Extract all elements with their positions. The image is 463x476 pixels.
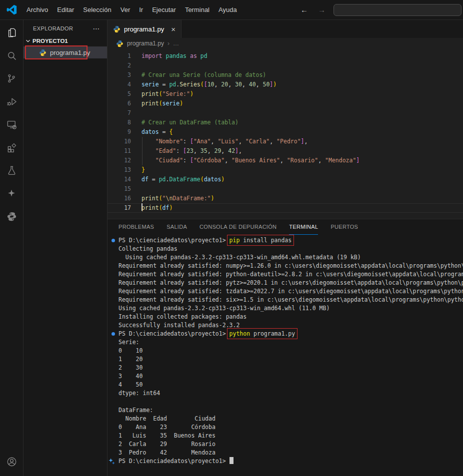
extensions-icon (6, 142, 18, 153)
menu-item-terminal[interactable]: Terminal (180, 4, 214, 15)
panel-tab-bar: PROBLEMASSALIDACONSOLA DE DEPURACIÓNTERM… (108, 219, 463, 235)
remote-explorer-icon (6, 119, 18, 130)
code-text: serie = pd.Series([10, 20, 30, 40, 50]) (142, 80, 276, 89)
beaker-icon (6, 165, 18, 176)
command-success-dot-icon (112, 239, 115, 242)
line-number: 2 (108, 61, 131, 70)
indent-guide (142, 137, 142, 146)
indent-guide (142, 156, 142, 165)
menu-item-editar[interactable]: Editar (52, 4, 78, 15)
code-line-10[interactable]: 10 "Nombre": ["Ana", "Luis", "Carla", "P… (108, 137, 463, 146)
code-line-2[interactable]: 2 (108, 61, 463, 70)
activity-item-source-control[interactable] (0, 67, 23, 90)
line-number: 3 (108, 70, 131, 80)
terminal-output[interactable]: PS D:\cienciadedatos\proyecto1> pip inst… (108, 235, 463, 476)
line-number: 5 (108, 89, 131, 99)
terminal-output-line: Serie: (118, 338, 463, 347)
terminal-output-line: Using cached pandas-2.3.2-cp313-cp313-wi… (118, 304, 463, 313)
annotated-command: python programa1.py (230, 330, 296, 338)
line-number: 4 (108, 80, 131, 89)
line-number: 7 (108, 108, 131, 118)
code-line-6[interactable]: 6print(serie) (108, 99, 463, 108)
terminal-prompt-line: PS D:\cienciadedatos\proyecto1> (118, 457, 463, 466)
activity-item-python[interactable] (0, 205, 23, 228)
activity-item-testing[interactable] (0, 159, 23, 182)
code-text: print("\nDataFrame:") (142, 194, 214, 203)
code-text: print(df) (142, 203, 172, 213)
panel-tab-problemas[interactable]: PROBLEMAS (118, 219, 154, 235)
tab-programa1[interactable]: programa1.py × (108, 20, 182, 38)
menu-item-ir[interactable]: Ir (134, 4, 148, 15)
code-editor[interactable]: 1import pandas as pd23# Crear una Serie … (108, 49, 463, 219)
terminal-output-line: Collecting pandas (118, 245, 463, 253)
code-line-5[interactable]: 5print("Serie:") (108, 89, 463, 99)
code-text: "Edad": [23, 35, 29, 42], (142, 146, 242, 156)
panel-tab-consola-de-depuracion[interactable]: CONSOLA DE DEPURACIÓN (200, 219, 276, 235)
menu-item-ver[interactable]: Ver (116, 4, 135, 15)
code-line-12[interactable]: 12 "Ciudad": ["Córdoba", "Buenos Aires",… (108, 156, 463, 165)
terminal-output-line: Successfully installed pandas-2.3.2 (118, 321, 463, 330)
terminal-output-line: Installing collected packages: pandas (118, 313, 463, 321)
code-line-1[interactable]: 1import pandas as pd (108, 51, 463, 61)
breadcrumb-more: … (173, 40, 179, 47)
code-line-11[interactable]: 11 "Edad": [23, 35, 29, 42], (108, 146, 463, 156)
code-line-4[interactable]: 4serie = pd.Series([10, 20, 30, 40, 50]) (108, 80, 463, 89)
code-line-9[interactable]: 9datos = { (108, 127, 463, 137)
panel-tab-terminal[interactable]: TERMINAL (289, 219, 318, 235)
terminal-output-line: 0 10 (118, 347, 463, 355)
close-icon[interactable]: × (171, 25, 176, 33)
code-line-16[interactable]: 16print("\nDataFrame:") (108, 194, 463, 203)
code-line-15[interactable]: 15 (108, 184, 463, 194)
sparkle-icon (6, 188, 17, 199)
code-line-7[interactable]: 7 (108, 108, 463, 118)
code-text: print("Serie:") (142, 89, 194, 99)
nav-forward-icon[interactable]: → (318, 5, 326, 14)
line-number: 10 (108, 137, 131, 146)
vscode-window: ArchivoEditarSelecciónVerIrEjecutarTermi… (0, 0, 463, 476)
explorer-file-programa1[interactable]: programa1.py (24, 46, 107, 58)
file-label: programa1.py (50, 49, 90, 56)
activity-item-run-debug[interactable] (0, 90, 23, 113)
code-line-8[interactable]: 8# Crear un DataFrame (tabla) (108, 118, 463, 127)
editor-tab-bar: programa1.py × (108, 20, 463, 38)
command-center-search[interactable] (334, 4, 462, 16)
more-actions-icon[interactable]: ⋯ (93, 26, 100, 30)
folder-proyecto1[interactable]: PROYECTO1 (24, 36, 107, 46)
activity-item-remote-explorer[interactable] (0, 113, 23, 136)
menu-item-seleccion[interactable]: Selección (78, 4, 116, 15)
terminal-output-line: Requirement already satisfied: numpy>=1.… (118, 262, 463, 270)
breadcrumb[interactable]: programa1.py › … (108, 38, 463, 49)
panel-tab-puertos[interactable]: PUERTOS (330, 219, 358, 235)
line-number: 8 (108, 118, 131, 127)
activity-item-copilot[interactable] (0, 182, 23, 205)
code-line-3[interactable]: 3# Crear una Serie (columna de datos) (108, 70, 463, 80)
line-number: 9 (108, 127, 131, 137)
activity-item-extensions[interactable] (0, 136, 23, 159)
line-number: 11 (108, 146, 131, 156)
panel-tab-salida[interactable]: SALIDA (166, 219, 187, 235)
code-text: # Crear una Serie (columna de datos) (142, 70, 266, 80)
menu-item-archivo[interactable]: Archivo (22, 4, 52, 15)
explorer-sidebar: EXPLORADOR ⋯ PROYECTO1 programa1.py (24, 20, 108, 476)
terminal-output-line: 2 30 (118, 364, 463, 372)
menu-bar: ArchivoEditarSelecciónVerIrEjecutarTermi… (22, 4, 242, 15)
terminal-output-line: 3 Pedro 42 Mendoza (118, 449, 463, 457)
chevron-down-icon (24, 37, 32, 44)
terminal-output-line: Requirement already satisfied: six>=1.5 … (118, 296, 463, 304)
menu-item-ejecutar[interactable]: Ejecutar (148, 4, 180, 15)
terminal-cursor (230, 457, 234, 464)
line-number: 16 (108, 194, 131, 203)
terminal-output-line: DataFrame: (118, 406, 463, 415)
activity-item-search[interactable] (0, 44, 23, 67)
indent-guide (142, 146, 142, 156)
files-icon (6, 27, 18, 38)
code-line-14[interactable]: 14df = pd.DataFrame(datos) (108, 175, 463, 184)
terminal-output-line: 1 Luis 35 Buenos Aires (118, 432, 463, 440)
code-line-13[interactable]: 13} (108, 165, 463, 175)
activity-item-explorer[interactable] (0, 21, 23, 44)
code-line-17[interactable]: 17print(df) (108, 203, 463, 213)
nav-back-icon[interactable]: ← (300, 5, 308, 14)
menu-item-ayuda[interactable]: Ayuda (214, 4, 242, 15)
line-number: 13 (108, 165, 131, 175)
activity-item-account[interactable] (0, 450, 23, 473)
